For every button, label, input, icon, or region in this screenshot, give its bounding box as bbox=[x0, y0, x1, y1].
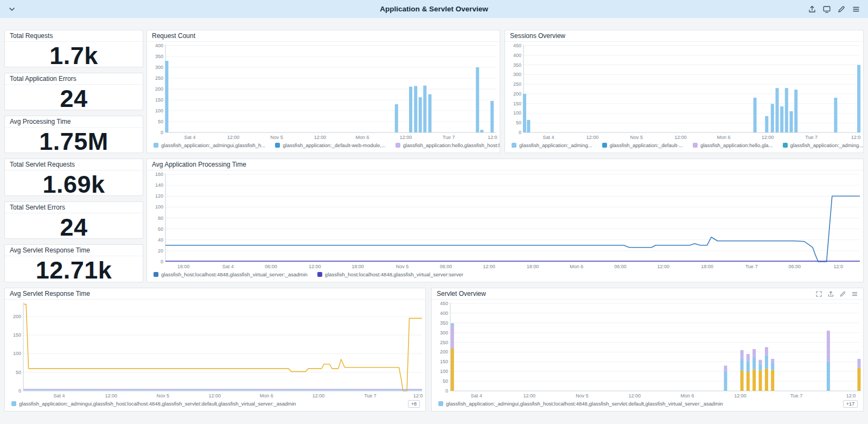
servlet-overview-chart[interactable]: 050100150200250300350400450Sat 412:00Nov… bbox=[432, 300, 863, 399]
svg-text:100: 100 bbox=[155, 108, 163, 113]
legend-swatch bbox=[395, 143, 400, 148]
svg-text:Tue 7: Tue 7 bbox=[745, 264, 758, 269]
legend-more-badge[interactable]: +8 bbox=[408, 400, 420, 408]
stat-panel-total-application-errors: Total Application Errors 24 bbox=[4, 73, 143, 110]
svg-text:12:00: 12:00 bbox=[483, 264, 495, 269]
svg-text:80: 80 bbox=[158, 216, 163, 221]
legend-item[interactable]: glassfish_host:localhost:4848,glassfish_… bbox=[317, 271, 463, 277]
legend-label: glassfish_application:_admingui,glassfis… bbox=[446, 401, 723, 407]
panel-sessions-overview: Sessions Overview 0501001502002503003504… bbox=[505, 30, 864, 153]
stat-value: 12.71k bbox=[5, 256, 143, 284]
legend-item[interactable]: glassfish_application:hello,gla... bbox=[693, 142, 773, 148]
panel-title: Avg Application Processing Time bbox=[152, 161, 246, 168]
svg-text:0: 0 bbox=[161, 259, 163, 264]
legend-label: glassfish_application:_admingui,glassfis… bbox=[19, 401, 296, 407]
legend-swatch bbox=[154, 272, 158, 277]
panel-servlet-overview: Servlet Overview 05010015020025030035040… bbox=[431, 288, 864, 412]
legend-label: glassfish_application:hello,glassfish_ho… bbox=[403, 142, 500, 148]
svg-text:Tue 7: Tue 7 bbox=[790, 393, 803, 398]
avg-application-processing-legend: glassfish_host:localhost:4848,glassfish_… bbox=[147, 270, 863, 282]
svg-text:12:00: 12:00 bbox=[209, 393, 221, 398]
svg-text:Mon 6: Mon 6 bbox=[717, 135, 730, 140]
svg-text:250: 250 bbox=[440, 340, 448, 345]
svg-text:06:00: 06:00 bbox=[614, 264, 627, 269]
edit-icon[interactable] bbox=[837, 5, 846, 14]
svg-text:12:0: 12:0 bbox=[413, 393, 423, 398]
chevron-down-icon[interactable] bbox=[8, 5, 16, 14]
svg-text:200: 200 bbox=[155, 86, 163, 92]
share-icon[interactable] bbox=[808, 5, 816, 14]
stat-panel-total-requests: Total Requests 1.7k bbox=[4, 30, 143, 67]
svg-text:450: 450 bbox=[440, 301, 448, 306]
svg-text:12:0: 12:0 bbox=[851, 135, 861, 140]
stat-value: 1.75M bbox=[5, 128, 143, 156]
legend-more-badge[interactable]: +17 bbox=[843, 400, 858, 408]
svg-text:100: 100 bbox=[155, 204, 163, 210]
svg-text:12:00: 12:00 bbox=[674, 135, 687, 140]
svg-text:Nov 5: Nov 5 bbox=[157, 393, 170, 398]
legend-swatch bbox=[783, 143, 788, 148]
menu-icon[interactable] bbox=[852, 5, 860, 14]
legend-item[interactable]: glassfish_application:hello,glassfish_ho… bbox=[395, 142, 500, 148]
svg-text:140: 140 bbox=[155, 182, 163, 188]
svg-text:250: 250 bbox=[513, 81, 521, 87]
svg-text:120: 120 bbox=[155, 193, 163, 199]
snapshot-icon[interactable] bbox=[822, 5, 831, 14]
svg-text:Sat 4: Sat 4 bbox=[184, 135, 196, 140]
legend-item[interactable]: glassfish_application:_admingui,glassfis… bbox=[438, 401, 723, 407]
svg-text:400: 400 bbox=[513, 53, 521, 58]
share-icon[interactable] bbox=[827, 290, 834, 298]
svg-text:06:00: 06:00 bbox=[440, 264, 452, 269]
menu-icon[interactable] bbox=[851, 290, 858, 298]
panel-title: Avg Servlet Response Time bbox=[10, 246, 90, 254]
svg-text:12:0: 12:0 bbox=[846, 393, 856, 398]
legend-item[interactable]: glassfish_application:_adming... bbox=[783, 142, 864, 148]
panel-title: Total Requests bbox=[10, 32, 53, 40]
edit-icon[interactable] bbox=[839, 290, 846, 298]
legend-item[interactable]: glassfish_application:_default-... bbox=[602, 142, 683, 148]
svg-text:06:00: 06:00 bbox=[265, 264, 277, 269]
panel-title: Total Servlet Errors bbox=[10, 204, 65, 211]
svg-text:350: 350 bbox=[513, 62, 521, 68]
legend-label: glassfish_application:_adming... bbox=[790, 142, 864, 148]
legend-item[interactable]: glassfish_application:_default-web-modul… bbox=[275, 142, 386, 148]
svg-text:Mon 6: Mon 6 bbox=[570, 264, 583, 269]
legend-label: glassfish_application:hello,gla... bbox=[700, 142, 773, 148]
svg-text:150: 150 bbox=[513, 101, 521, 106]
svg-text:Tue 7: Tue 7 bbox=[443, 135, 455, 140]
svg-text:50: 50 bbox=[516, 120, 521, 125]
legend-item[interactable]: glassfish_application:_admingui,glassfis… bbox=[11, 401, 296, 407]
legend-label: glassfish_application:_adming... bbox=[519, 142, 592, 148]
svg-text:12:00: 12:00 bbox=[314, 135, 327, 140]
svg-text:18:00: 18:00 bbox=[352, 264, 364, 269]
legend-label: glassfish_host:localhost:4848,glassfish_… bbox=[325, 271, 463, 277]
svg-text:400: 400 bbox=[440, 311, 448, 316]
svg-text:06:00: 06:00 bbox=[788, 264, 801, 269]
avg-application-processing-chart[interactable]: 02040608010012014016018:00Sat 406:0012:0… bbox=[147, 170, 863, 270]
legend-item[interactable]: glassfish_application:_admingui,glassfis… bbox=[154, 142, 265, 148]
svg-text:Sat 4: Sat 4 bbox=[542, 135, 554, 140]
svg-text:0: 0 bbox=[161, 130, 163, 135]
svg-text:Tue 7: Tue 7 bbox=[805, 135, 818, 140]
request-count-chart[interactable]: 050100150200250300350400Sat 412:00Nov 51… bbox=[147, 42, 500, 141]
stat-value: 24 bbox=[5, 85, 143, 113]
expand-icon[interactable] bbox=[815, 290, 822, 298]
legend-item[interactable]: glassfish_application:_adming... bbox=[512, 142, 592, 148]
legend-item[interactable]: glassfish_host:localhost:4848,glassfish_… bbox=[154, 271, 308, 277]
svg-text:Sat 4: Sat 4 bbox=[54, 393, 65, 398]
stat-panel-avg-processing-time: Avg Processing Time 1.75M bbox=[4, 116, 143, 153]
top-header-bar: Application & Servlet Overview bbox=[0, 0, 868, 18]
sessions-overview-chart[interactable]: 050100150200250300350400450Sat 412:00Nov… bbox=[505, 42, 863, 141]
sessions-overview-legend: glassfish_application:_adming...glassfis… bbox=[505, 141, 863, 153]
avg-servlet-response-chart[interactable]: 050100150200Sat 412:00Nov 512:00Mon 612:… bbox=[5, 300, 425, 399]
panel-title: Sessions Overview bbox=[510, 32, 565, 40]
svg-text:0: 0 bbox=[18, 388, 21, 394]
panel-title: Total Servlet Requests bbox=[10, 161, 75, 168]
svg-text:12:0: 12:0 bbox=[488, 135, 497, 140]
svg-text:200: 200 bbox=[13, 314, 21, 319]
dashboard-title: Application & Servlet Overview bbox=[108, 5, 760, 13]
svg-text:12:00: 12:00 bbox=[523, 393, 535, 398]
svg-text:12:00: 12:00 bbox=[762, 135, 774, 140]
panel-title: Request Count bbox=[152, 32, 195, 40]
svg-text:50: 50 bbox=[16, 370, 21, 375]
